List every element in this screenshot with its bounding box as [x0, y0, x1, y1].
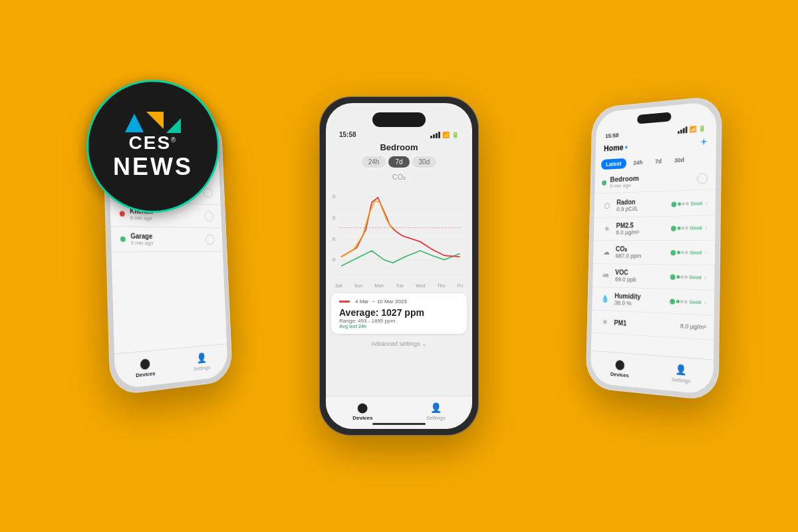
co2-icon: ☁: [600, 246, 612, 259]
chart-x-labels: Sat Sun Mon Tue Wed Thu Fri: [332, 283, 466, 288]
ces-logo: [125, 114, 181, 132]
co2-value: 687.0 ppm: [616, 253, 667, 259]
voc-icon: dB: [600, 269, 612, 282]
nav-devices-right[interactable]: ⬤ Devices: [610, 358, 629, 378]
rbar3: [683, 128, 685, 133]
co2-pill-dot: [671, 250, 676, 255]
cbar2: [433, 134, 435, 138]
nav-settings-left[interactable]: 👤 Settings: [193, 351, 210, 372]
humidity-info: Humidity 38.0 %: [614, 292, 666, 308]
bedroom-green-dot: [602, 180, 606, 186]
radon-right: Good ›: [672, 200, 708, 208]
x-label-wed: Wed: [416, 283, 425, 288]
stats-date: 4 Mar → 10 Mar 2023: [339, 299, 459, 305]
humidity-value: 38.0 %: [614, 299, 666, 308]
tab-30d-right[interactable]: 30d: [669, 154, 690, 166]
center-battery-icon: 🔋: [452, 132, 459, 138]
pm25-right: Good ›: [671, 224, 707, 232]
phone-center-status-icons: 📶 🔋: [430, 132, 459, 138]
stats-box: 4 Mar → 10 Mar 2023 Average: 1027 ppm Ra…: [331, 293, 467, 334]
co2-pill-dots: [677, 251, 688, 254]
sensor-pm1[interactable]: ✳ PM1 8.0 µg/m³: [591, 310, 714, 340]
hpd2: [680, 300, 684, 303]
tab-7d-right[interactable]: 7d: [650, 156, 667, 167]
x-label-mon: Mon: [374, 283, 384, 288]
bedroom-check: [697, 172, 708, 184]
nav-devices-left[interactable]: ⬤ Devices: [135, 356, 155, 379]
co2-name: CO₂: [616, 245, 667, 253]
tab-24h-right[interactable]: 24h: [628, 157, 648, 168]
bedroom-name: Bedroom: [610, 174, 639, 184]
ces-shape-blue: [125, 114, 144, 132]
ces-shape-teal: [166, 118, 181, 133]
svg-text:800: 800: [332, 237, 336, 241]
phone-right-plus-button[interactable]: +: [700, 136, 707, 148]
adv-chevron: ⌄: [422, 340, 427, 347]
vocpd3: [685, 275, 688, 279]
svg-text:400: 400: [332, 257, 336, 262]
stats-avg-value: 1027 ppm: [381, 307, 424, 318]
humidity-icon: 💧: [599, 292, 611, 305]
room-item-garage[interactable]: Garage 5 min ago: [111, 227, 223, 253]
devices-icon-right: ⬤: [614, 358, 626, 370]
radon-chevron: ›: [705, 200, 708, 207]
co2-right: Good ›: [671, 249, 707, 257]
settings-icon-center: 👤: [430, 402, 442, 414]
humidity-good: Good: [689, 299, 701, 305]
cbar3: [436, 133, 438, 138]
pm1-name: PM1: [614, 319, 676, 329]
phone-center: 15:58 📶 🔋 Bedroom 24h 7d: [319, 96, 479, 436]
sensor-voc[interactable]: dB VOC 69.0 ppb Good: [593, 264, 715, 291]
pm25-value: 8.0 µg/m³: [616, 229, 667, 236]
co2-chart: 1600 1200 800 400: [332, 184, 466, 281]
devices-icon-center: ⬤: [356, 402, 368, 414]
sensor-co2[interactable]: ☁ CO₂ 687.0 ppm Good: [593, 241, 715, 266]
nav-settings-center[interactable]: 👤 Settings: [426, 402, 446, 421]
stats-avg-label: Average:: [339, 307, 381, 318]
tab-latest-right[interactable]: Latest: [601, 158, 626, 170]
phone-center-title: Bedroom: [326, 142, 472, 152]
rpd2: [682, 202, 685, 205]
nav-settings-label-center: Settings: [426, 415, 446, 421]
voc-chevron: ›: [704, 273, 707, 281]
stats-range: Range: 493 - 1895 ppm: [339, 318, 459, 324]
x-label-thu: Thu: [438, 283, 446, 288]
advanced-settings[interactable]: Advanced settings ⌄: [326, 336, 472, 351]
sensor-pm25[interactable]: ✳ PM2.5 8.0 µg/m³ Go: [594, 215, 716, 241]
right-wifi-icon: 📶: [689, 126, 696, 133]
rpd3: [686, 202, 689, 205]
x-label-sun: Sun: [354, 283, 362, 288]
stats-avg-last: Avg last 24h: [339, 324, 459, 329]
radon-pill-dot: [672, 201, 677, 207]
check-circle-kitchen: [204, 211, 213, 221]
scene: CES® NEWS 15:58 📶 🔋: [0, 0, 798, 532]
rbar4: [686, 126, 688, 133]
tab-7d-center[interactable]: 7d: [388, 156, 409, 168]
tab-30d-center[interactable]: 30d: [412, 156, 437, 168]
co2pd1: [677, 251, 680, 254]
nav-devices-label-center: Devices: [352, 415, 372, 421]
rbar2: [680, 130, 682, 134]
pm1-icon: ✳: [598, 315, 610, 329]
ces-shape-yellow: [146, 112, 164, 129]
nav-devices-center[interactable]: ⬤ Devices: [352, 402, 372, 421]
home-indicator-center: [372, 423, 426, 425]
humidity-right: Good ›: [670, 297, 706, 306]
red-line-indicator: [339, 301, 350, 303]
room-details-garage: Garage 5 min ago: [130, 232, 153, 246]
nav-devices-label-right: Devices: [610, 371, 629, 379]
voc-good: Good: [690, 275, 702, 280]
room-time-kitchen: 8 min ago: [130, 215, 153, 221]
stats-range-value: 493 - 1895 ppm: [358, 318, 395, 324]
phone-center-time: 15:58: [339, 131, 356, 138]
nav-settings-right[interactable]: 👤 Settings: [672, 362, 691, 384]
settings-icon-right: 👤: [675, 363, 687, 376]
radon-status: Good: [672, 201, 703, 207]
stats-average: Average: 1027 ppm: [339, 307, 459, 318]
tab-24h-center[interactable]: 24h: [362, 156, 386, 168]
phone-center-tabs: 24h 7d 30d: [326, 154, 472, 170]
nav-settings-label-right: Settings: [672, 376, 691, 384]
co2-info: CO₂ 687.0 ppm: [616, 245, 668, 259]
sensor-radon[interactable]: ⬡ Radon 0.9 pCi/L Go: [594, 191, 716, 218]
stats-range-label: Range:: [339, 318, 358, 324]
